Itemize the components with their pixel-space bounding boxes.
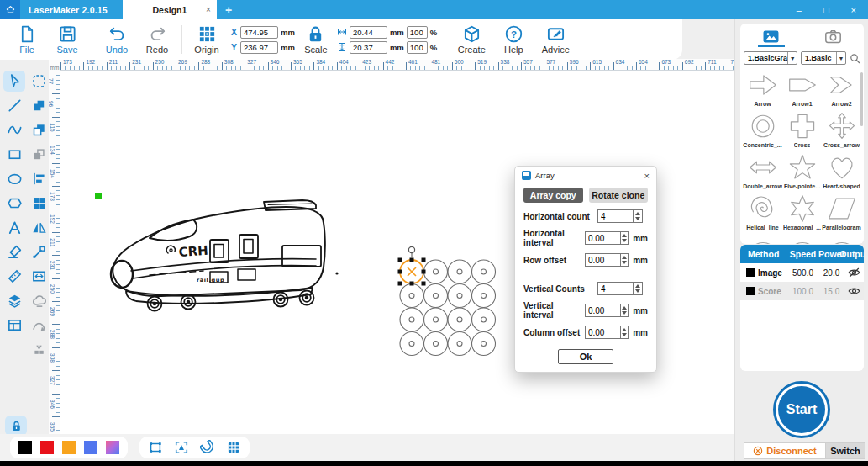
category-dropdown[interactable]: 1.BasicGra ▼ xyxy=(744,51,797,65)
magnet-tool[interactable] xyxy=(200,440,215,455)
grid-tool[interactable] xyxy=(226,440,241,455)
vertical-counts-stepper[interactable] xyxy=(633,282,643,295)
shape-arrow1[interactable]: Arrow1 xyxy=(782,69,822,110)
create-button[interactable]: Create xyxy=(450,24,493,55)
polygon-tool[interactable] xyxy=(3,193,25,214)
color-swatch-f8a41d[interactable] xyxy=(62,441,76,454)
color-swatch-000000[interactable] xyxy=(18,441,32,454)
rectangle-tool[interactable] xyxy=(3,144,25,165)
shape-heart-shaped[interactable]: Heart-shaped xyxy=(822,151,861,193)
minimize-button[interactable]: – xyxy=(797,5,802,15)
canvas-lock-button[interactable] xyxy=(5,416,27,436)
column-offset-stepper[interactable] xyxy=(620,326,629,339)
shape-arrow[interactable]: Arrow xyxy=(743,69,782,110)
switch-button[interactable]: Switch xyxy=(825,443,865,458)
width-percent-input[interactable] xyxy=(407,26,428,39)
document-tab[interactable]: Design1 × xyxy=(123,0,217,19)
shape-concentric[interactable]: Concentric_... xyxy=(743,110,782,151)
union-tool[interactable] xyxy=(28,95,50,116)
horizontal-interval-stepper[interactable] xyxy=(620,231,629,245)
vertical-counts-input[interactable] xyxy=(597,282,633,295)
tab-camera[interactable] xyxy=(816,29,850,44)
library-scrollbar[interactable] xyxy=(860,72,863,126)
tab-array-copy[interactable]: Array copy xyxy=(523,188,583,203)
tab-graphics-library[interactable] xyxy=(755,29,788,44)
cut-row-image[interactable]: Image 500.0 20.0 xyxy=(740,263,864,282)
weld-tool[interactable] xyxy=(28,290,50,311)
path-tool[interactable] xyxy=(28,315,50,336)
line-tool[interactable] xyxy=(3,95,25,116)
ellipse-tool[interactable] xyxy=(3,168,25,189)
shape-double-arrow[interactable]: Double_arrow xyxy=(743,151,782,193)
curve-tool[interactable] xyxy=(3,119,25,140)
mirror-tool[interactable] xyxy=(28,217,50,238)
row-offset-input[interactable] xyxy=(585,253,620,267)
shape-partial[interactable] xyxy=(822,234,861,244)
shape-hexagonal[interactable]: Hexagonal_... xyxy=(782,193,822,234)
origin-button[interactable]: Origin xyxy=(187,24,227,55)
close-button[interactable]: × xyxy=(851,5,856,15)
shape-cross-arrow[interactable]: Cross_arrow xyxy=(822,110,861,151)
horizontal-interval-input[interactable] xyxy=(585,231,620,245)
eye-icon[interactable] xyxy=(844,286,864,296)
tab-rotate-clone[interactable]: Rotate clone xyxy=(589,188,649,203)
file-button[interactable]: File xyxy=(7,24,47,55)
color-swatch-gradient[interactable] xyxy=(106,441,119,454)
cut-row-score[interactable]: Score 100.0 15.0 xyxy=(740,282,864,300)
row-offset-stepper[interactable] xyxy=(620,253,629,267)
horizontal-count-stepper[interactable] xyxy=(633,209,643,223)
tile-copy-tool[interactable] xyxy=(28,193,50,214)
width-input[interactable] xyxy=(350,26,387,39)
vertical-interval-input[interactable] xyxy=(585,304,620,317)
measure-ruler-tool[interactable] xyxy=(3,266,25,287)
center-focus-tool[interactable] xyxy=(174,440,189,455)
layout-tool[interactable] xyxy=(3,315,25,336)
save-button[interactable]: Save xyxy=(47,24,87,55)
maximize-button[interactable]: □ xyxy=(823,5,829,15)
text-tool[interactable] xyxy=(3,217,25,238)
y-position-input[interactable] xyxy=(240,41,278,54)
eraser-tool[interactable] xyxy=(3,241,25,262)
subtract-tool[interactable] xyxy=(28,144,50,165)
dialog-close-icon[interactable]: × xyxy=(644,171,650,181)
height-input[interactable] xyxy=(350,41,387,54)
shape-partial[interactable] xyxy=(782,234,822,244)
node-edit-tool[interactable] xyxy=(28,241,50,262)
horizontal-count-input[interactable] xyxy=(597,209,633,223)
help-button[interactable]: ? Help xyxy=(493,24,534,55)
select-tool[interactable] xyxy=(3,71,25,92)
layers-tool[interactable] xyxy=(3,290,25,311)
shape-arrow2[interactable]: Arrow2 xyxy=(822,69,861,110)
advice-button[interactable]: Advice xyxy=(534,24,577,55)
frame-tool[interactable] xyxy=(148,440,163,455)
home-button[interactable] xyxy=(0,0,20,19)
start-button[interactable]: Start xyxy=(773,381,830,438)
train-sketch[interactable]: CRH rail.gup xyxy=(101,192,346,320)
new-tab-button[interactable]: + xyxy=(225,3,232,17)
eye-off-icon[interactable] xyxy=(844,267,864,278)
ok-button[interactable]: Ok xyxy=(558,349,613,364)
shape-cross[interactable]: Cross xyxy=(782,110,822,151)
column-offset-input[interactable] xyxy=(585,326,620,339)
shape-helical-line[interactable]: Helical_line xyxy=(743,193,782,234)
duplicate-tool[interactable] xyxy=(28,119,50,140)
shape-five-pointe[interactable]: Five-pointe... xyxy=(782,151,822,193)
shape-partial[interactable] xyxy=(743,234,782,244)
table-size-tool[interactable] xyxy=(28,266,50,287)
search-icon[interactable] xyxy=(850,53,860,64)
color-swatch-5276ee[interactable] xyxy=(84,441,97,454)
circle-array[interactable] xyxy=(393,240,511,366)
redo-button[interactable]: Redo xyxy=(137,24,177,55)
break-apart-tool[interactable] xyxy=(28,339,50,360)
marquee-select-tool[interactable] xyxy=(28,71,50,92)
scale-lock-button[interactable]: Scale xyxy=(298,24,334,55)
undo-button[interactable]: Undo xyxy=(97,24,137,55)
vertical-interval-stepper[interactable] xyxy=(620,304,629,317)
color-swatch-e8121a[interactable] xyxy=(40,441,54,454)
height-percent-input[interactable] xyxy=(407,41,428,54)
shape-parallelogram[interactable]: Parallelogram xyxy=(822,193,861,234)
x-position-input[interactable] xyxy=(240,26,278,39)
subcategory-dropdown[interactable]: 1.Basic ▼ xyxy=(801,51,846,65)
tab-close-icon[interactable]: × xyxy=(206,5,211,14)
disconnect-button[interactable]: Disconnect xyxy=(744,443,825,458)
